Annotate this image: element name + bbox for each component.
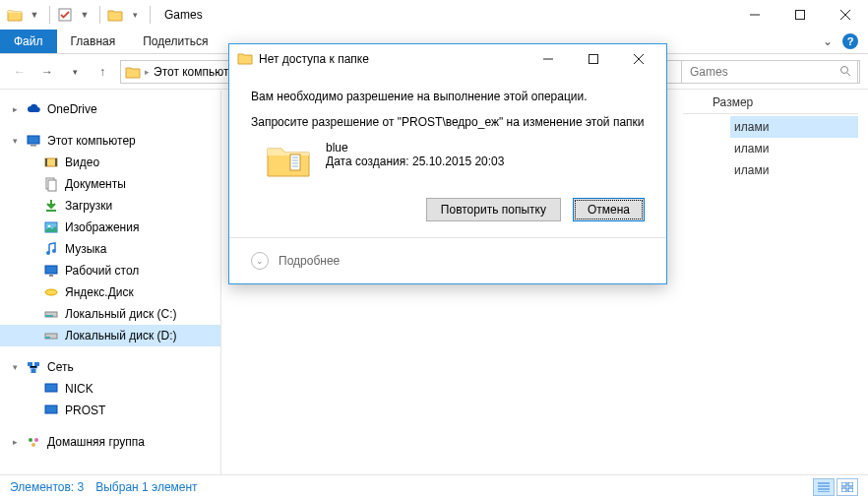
- tree-label: Этот компьютер: [47, 134, 136, 148]
- tree-item-this-pc[interactable]: ▾ Этот компьютер: [0, 130, 220, 152]
- tree-item-desktop[interactable]: Рабочий стол: [0, 260, 220, 281]
- tree-label: NICK: [65, 382, 93, 396]
- dialog-folder-date: Дата создания: 25.10.2015 20:03: [326, 155, 504, 168]
- yandex-disk-icon: [43, 284, 59, 300]
- dialog-more-section[interactable]: ⌄ Подробнее: [229, 238, 666, 283]
- svg-rect-9: [48, 180, 56, 191]
- svg-rect-23: [34, 362, 39, 366]
- svg-rect-34: [589, 55, 598, 64]
- collapse-icon[interactable]: ▾: [10, 136, 20, 146]
- tree-item-nick[interactable]: NICK: [0, 378, 220, 400]
- tree-item-yandex-disk[interactable]: Яндекс.Диск: [0, 281, 220, 303]
- homegroup-icon: [26, 434, 41, 450]
- pc-icon: [43, 381, 59, 397]
- window-title: Games: [164, 8, 203, 22]
- tree-item-prost[interactable]: PROST: [0, 400, 220, 421]
- view-thumbnails-button[interactable]: [837, 478, 858, 496]
- svg-point-27: [29, 438, 32, 442]
- tree-label: Локальный диск (D:): [65, 329, 177, 342]
- expand-icon[interactable]: ▸: [10, 437, 20, 447]
- svg-point-17: [45, 289, 57, 295]
- up-button[interactable]: ↑: [91, 60, 114, 84]
- minimize-button[interactable]: [732, 0, 777, 30]
- tree-label: Загрузки: [65, 199, 112, 213]
- tab-share[interactable]: Поделиться: [129, 30, 221, 53]
- desktop-icon: [43, 263, 59, 279]
- back-button[interactable]: ←: [8, 60, 31, 84]
- documents-icon: [43, 176, 59, 192]
- dialog-message: Вам необходимо разрешение на выполнение …: [251, 90, 645, 103]
- folder-icon: [237, 51, 253, 68]
- retry-button[interactable]: Повторить попытку: [426, 198, 561, 221]
- tree-item-homegroup[interactable]: ▸ Домашняя группа: [0, 431, 220, 453]
- ribbon-expand-icon[interactable]: ⌄: [823, 34, 833, 48]
- status-bar: Элементов: 3 Выбран 1 элемент: [0, 474, 868, 498]
- expand-icon[interactable]: ▸: [10, 104, 20, 114]
- checkbox-icon[interactable]: [56, 6, 74, 24]
- breadcrumb-segment[interactable]: Этот компьют: [154, 65, 229, 79]
- dialog-maximize-button[interactable]: [574, 45, 613, 73]
- tree-item-pictures[interactable]: Изображения: [0, 217, 220, 238]
- tree-label: Локальный диск (C:): [65, 307, 177, 321]
- svg-point-28: [34, 438, 38, 442]
- tree-item-music[interactable]: Музыка: [0, 238, 220, 260]
- close-button[interactable]: [823, 0, 868, 30]
- dialog-minimize-button[interactable]: [528, 45, 568, 73]
- tree-item-disk-c[interactable]: Локальный диск (C:): [0, 303, 220, 325]
- qat-dropdown-icon[interactable]: ▼: [26, 6, 43, 24]
- svg-rect-3: [28, 136, 39, 144]
- network-icon: [26, 359, 41, 375]
- svg-rect-31: [848, 482, 853, 486]
- search-field[interactable]: [688, 64, 839, 80]
- qat-customize-icon[interactable]: ▾: [126, 6, 144, 24]
- tab-home[interactable]: Главная: [57, 30, 130, 53]
- help-icon[interactable]: ?: [842, 33, 858, 49]
- tree-label: Рабочий стол: [65, 264, 139, 278]
- search-input[interactable]: [681, 60, 858, 84]
- maximize-button[interactable]: [777, 0, 823, 30]
- tab-file[interactable]: Файл: [0, 30, 57, 53]
- tree-item-disk-d[interactable]: Локальный диск (D:): [0, 325, 220, 346]
- cancel-button[interactable]: Отмена: [573, 198, 645, 221]
- qat-dropdown-icon[interactable]: ▼: [76, 6, 93, 24]
- dialog-close-button[interactable]: [619, 45, 658, 73]
- video-icon: [43, 155, 59, 170]
- window-controls: [732, 0, 868, 30]
- title-bar: ▼ ▼ ▾ Games: [0, 0, 868, 30]
- svg-rect-35: [290, 155, 300, 170]
- tree-item-documents[interactable]: Документы: [0, 173, 220, 195]
- column-header-size[interactable]: Размер: [683, 91, 858, 114]
- collapse-icon[interactable]: ▾: [10, 362, 20, 372]
- tree-item-network[interactable]: ▾ Сеть: [0, 356, 220, 378]
- status-item-count: Элементов: 3: [10, 480, 84, 494]
- tree-item-downloads[interactable]: Загрузки: [0, 195, 220, 217]
- svg-point-12: [48, 225, 51, 228]
- access-denied-dialog: Нет доступа к папке Вам необходимо разре…: [228, 43, 667, 284]
- list-item[interactable]: илами: [730, 138, 858, 159]
- svg-point-2: [841, 66, 848, 73]
- folder-icon: [125, 65, 141, 79]
- tree-item-video[interactable]: Видео: [0, 152, 220, 173]
- pc-icon: [43, 403, 59, 418]
- svg-rect-25: [45, 384, 57, 392]
- svg-rect-22: [28, 362, 32, 366]
- pc-icon: [26, 133, 41, 149]
- search-icon[interactable]: [839, 65, 851, 80]
- separator: [99, 6, 100, 24]
- forward-button[interactable]: →: [35, 60, 59, 84]
- music-icon: [43, 241, 59, 257]
- dialog-more-label: Подробнее: [279, 254, 340, 268]
- tree-item-onedrive[interactable]: ▸ OneDrive: [0, 98, 220, 120]
- list-item[interactable]: илами: [730, 116, 858, 138]
- dialog-titlebar: Нет доступа к папке: [229, 44, 666, 74]
- quick-access-toolbar: ▼ ▼ ▾ Games: [0, 6, 203, 24]
- recent-dropdown-icon[interactable]: ▾: [63, 60, 87, 84]
- chevron-right-icon[interactable]: ▸: [145, 67, 150, 77]
- chevron-down-icon[interactable]: ⌄: [251, 252, 269, 270]
- tree-label: PROST: [65, 404, 105, 417]
- dialog-folder-info: blue Дата создания: 25.10.2015 20:03: [251, 141, 645, 180]
- svg-rect-26: [45, 405, 57, 413]
- list-item[interactable]: илами: [730, 159, 858, 181]
- view-details-button[interactable]: [813, 478, 835, 496]
- svg-point-14: [52, 249, 56, 253]
